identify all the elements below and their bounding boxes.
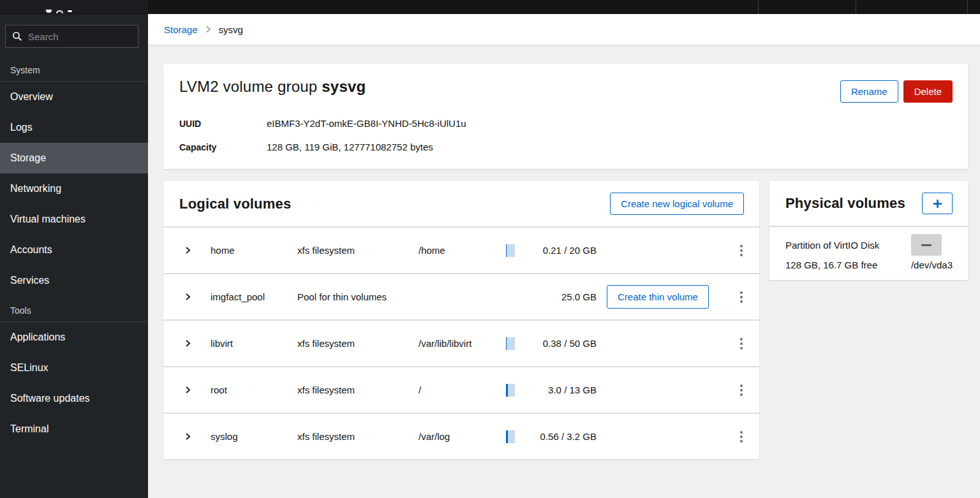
lv-row-libvirt[interactable]: libvirt xfs filesystem /var/lib/libvirt … (163, 319, 759, 366)
usage-bar (506, 430, 515, 443)
usage-bar (506, 337, 515, 350)
sidebar-item-selinux[interactable]: SELinux (0, 353, 148, 383)
sidebar-item-label: Accounts (10, 244, 52, 256)
top-bar (148, 0, 980, 14)
lv-mount: /var/log (419, 431, 506, 442)
sidebar-item-label: Virtual machines (10, 214, 85, 225)
logo-fragment (68, 10, 72, 12)
topbar-divider (758, 0, 759, 14)
lv-name: libvirt (211, 338, 297, 349)
lv-name: syslog (211, 431, 297, 442)
pv-size: 128 GB, 16.7 GB free (785, 260, 911, 270)
sidebar-item-label: Applications (10, 332, 65, 343)
kebab-menu-icon[interactable] (724, 431, 759, 443)
logical-volumes-title: Logical volumes (179, 196, 291, 212)
expand-chevron-icon[interactable] (174, 339, 211, 348)
breadcrumb-storage-link[interactable]: Storage (164, 24, 198, 35)
sidebar-item-overview[interactable]: Overview (0, 82, 148, 112)
sidebar-item-software-updates[interactable]: Software updates (0, 383, 148, 414)
capacity-field: Capacity 128 GB, 119 GiB, 127771082752 b… (179, 142, 953, 152)
capacity-label: Capacity (179, 142, 267, 152)
lv-row-home[interactable]: home xfs filesystem /home 0.21 / 20 GB (163, 226, 759, 273)
kebab-menu-icon[interactable] (724, 291, 759, 303)
lv-usage: 0.21 / 20 GB (519, 245, 597, 256)
lv-usage: 25.0 GB (519, 291, 597, 302)
usage-bar (506, 384, 515, 397)
sidebar-item-label: Storage (10, 152, 46, 164)
pv-name: Partition of VirtIO Disk (785, 240, 911, 251)
lv-usage: 3.0 / 13 GB (519, 384, 597, 395)
uuid-value: eIBMF3-Y2dT-omkE-GB8I-YNHD-5Hc8-iUlU1u (267, 118, 466, 129)
remove-physical-volume-button[interactable] (911, 234, 942, 256)
lv-mount: / (419, 384, 506, 395)
capacity-value: 128 GB, 119 GiB, 127771082752 bytes (267, 142, 433, 152)
lv-type: Pool for thin volumes (297, 291, 419, 302)
topbar-divider (967, 0, 968, 14)
usage-bar (506, 244, 515, 257)
expand-chevron-icon[interactable] (174, 293, 211, 301)
rename-button[interactable]: Rename (840, 80, 898, 103)
lv-mount: /home (419, 245, 506, 256)
breadcrumb: Storage sysvg (148, 14, 980, 45)
pv-device: /dev/vda3 (911, 260, 953, 270)
expand-chevron-icon[interactable] (174, 386, 211, 394)
logical-volumes-card: Logical volumes Create new logical volum… (163, 181, 759, 459)
pv-row-vda3[interactable]: Partition of VirtIO Disk 128 GB, 16.7 GB… (769, 226, 968, 280)
physical-volumes-title: Physical volumes (785, 195, 905, 212)
sidebar-search[interactable] (5, 25, 138, 48)
breadcrumb-chevron-icon (205, 26, 211, 33)
main-content: LVM2 volume group sysvg Rename Delete UU… (148, 45, 980, 498)
sidebar-item-label: Networking (10, 183, 61, 194)
create-logical-volume-button[interactable]: Create new logical volume (610, 193, 744, 215)
sidebar-item-accounts[interactable]: Accounts (0, 235, 148, 265)
lv-name: root (211, 384, 297, 395)
lv-row-imgfact-pool[interactable]: imgfact_pool Pool for thin volumes 25.0 … (163, 273, 759, 319)
expand-chevron-icon[interactable] (174, 246, 211, 254)
brand-logo-clipped (0, 0, 148, 14)
volume-group-card: LVM2 volume group sysvg Rename Delete UU… (163, 64, 968, 169)
lv-type: xfs filesystem (297, 338, 419, 349)
sidebar-item-label: Logs (10, 122, 33, 133)
lv-row-root[interactable]: root xfs filesystem / 3.0 / 13 GB (163, 366, 759, 413)
kebab-menu-icon[interactable] (724, 338, 759, 349)
lv-type: xfs filesystem (297, 245, 419, 256)
sidebar-item-label: Overview (10, 91, 53, 103)
sidebar-item-label: Software updates (10, 393, 90, 404)
logo-fragment (46, 10, 52, 13)
sidebar-item-services[interactable]: Services (0, 265, 148, 296)
topbar-divider (856, 0, 856, 14)
kebab-menu-icon[interactable] (724, 384, 759, 396)
lv-mount: /var/lib/libvirt (419, 338, 506, 349)
nav-section-tools: Tools (0, 296, 148, 322)
sidebar-item-storage[interactable]: Storage (0, 143, 148, 173)
physical-volumes-card: Physical volumes Partition of VirtIO Dis… (769, 181, 968, 280)
lv-type: xfs filesystem (297, 384, 419, 395)
minus-icon (921, 244, 932, 246)
page-title-prefix: LVM2 volume group (179, 78, 322, 95)
nav-section-system: System (0, 55, 148, 82)
sidebar-item-virtual-machines[interactable]: Virtual machines (0, 204, 148, 235)
add-physical-volume-button[interactable] (922, 193, 953, 214)
search-input[interactable] (28, 31, 131, 42)
search-icon (12, 31, 22, 41)
lv-row-syslog[interactable]: syslog xfs filesystem /var/log 0.56 / 3.… (163, 413, 759, 459)
plus-icon (933, 199, 942, 209)
sidebar-item-networking[interactable]: Networking (0, 173, 148, 204)
kebab-menu-icon[interactable] (724, 245, 759, 256)
sidebar-item-logs[interactable]: Logs (0, 112, 148, 143)
sidebar-item-label: SELinux (10, 362, 48, 374)
sidebar-item-label: Terminal (10, 423, 48, 435)
sidebar: System Overview Logs Storage Networking … (0, 0, 148, 498)
logo-fragment (56, 10, 63, 14)
page-title: LVM2 volume group sysvg (179, 78, 366, 96)
sidebar-item-terminal[interactable]: Terminal (0, 414, 148, 444)
uuid-field: UUID eIBMF3-Y2dT-omkE-GB8I-YNHD-5Hc8-iUl… (179, 118, 953, 129)
sidebar-item-applications[interactable]: Applications (0, 322, 148, 353)
delete-button[interactable]: Delete (903, 80, 953, 103)
lv-usage: 0.38 / 50 GB (519, 338, 597, 349)
lv-name: home (211, 245, 297, 256)
lv-type: xfs filesystem (297, 431, 419, 442)
uuid-label: UUID (179, 119, 267, 129)
expand-chevron-icon[interactable] (174, 432, 211, 441)
create-thin-volume-button[interactable]: Create thin volume (607, 285, 709, 309)
